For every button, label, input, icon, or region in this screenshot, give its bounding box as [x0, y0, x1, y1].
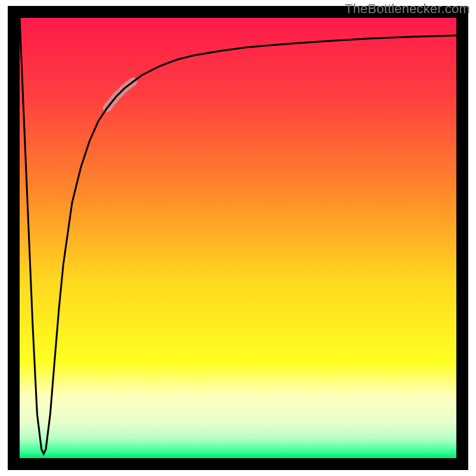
plot-background [20, 18, 456, 458]
bottleneck-chart [0, 0, 476, 476]
watermark-label: TheBottlenecker.com [345, 1, 470, 17]
chart-container: TheBottlenecker.com [0, 0, 476, 476]
